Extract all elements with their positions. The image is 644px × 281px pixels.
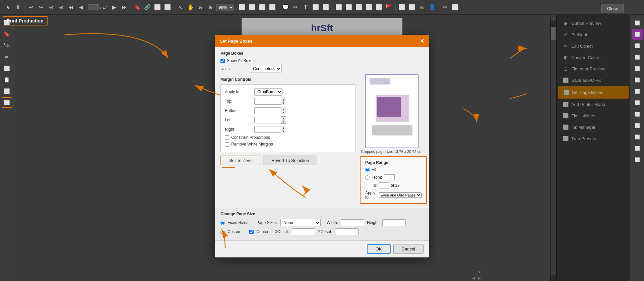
top-spin-buttons: ▲ ▼: [281, 98, 286, 105]
right-tool-2[interactable]: ⬜: [632, 29, 643, 40]
right-tool-6[interactable]: ⬜: [632, 74, 643, 85]
apply-to-select[interactable]: CropBox MediaBox BleedBox TrimBox ArtBox: [254, 88, 282, 96]
right-tool-12[interactable]: ⬜: [632, 143, 643, 154]
toolbar-export-icon[interactable]: ⬜: [354, 3, 364, 12]
apply-to-pages-select[interactable]: Even and Odd Pages Even Pages Only Odd P…: [379, 192, 422, 198]
close-button[interactable]: Close: [601, 4, 624, 13]
toolbar-share-icon[interactable]: ⬜: [407, 3, 417, 12]
height-input[interactable]: 0 cm: [382, 219, 406, 226]
page-sizes-select[interactable]: None: [280, 219, 321, 226]
cancel-button[interactable]: Cancel: [393, 244, 424, 254]
revert-to-selection-button[interactable]: Revert To Selection: [263, 156, 318, 165]
zoom-select[interactable]: 99%: [216, 4, 234, 11]
right-tool-5[interactable]: ⬜: [632, 63, 643, 74]
yoffset-input[interactable]: 0 cm: [335, 228, 359, 235]
bottom-value-input[interactable]: 0,312 cm: [254, 107, 281, 114]
toolbar-edit-pdf-icon[interactable]: ✏: [441, 3, 450, 12]
toolbar-account-icon[interactable]: 👤: [428, 3, 437, 12]
left-row: Left: 0,455 cm ▲ ▼: [225, 116, 351, 124]
toolbar-back-icon[interactable]: ↩: [26, 3, 36, 12]
toolbar-forward-icon[interactable]: ↪: [36, 3, 46, 12]
right-tool-8[interactable]: ⬜: [632, 97, 643, 108]
dialog-close-button[interactable]: ✕: [420, 38, 424, 44]
right-tool-4[interactable]: ⬜: [632, 52, 643, 62]
toolbar-combine-icon[interactable]: ⬜: [374, 3, 384, 12]
toolbar-star-icon[interactable]: ★: [3, 3, 12, 12]
toolbar-expand-icon[interactable]: ⬜: [248, 3, 257, 12]
left-tool-fields[interactable]: ⬜: [2, 63, 12, 74]
left-tool-bookmarks[interactable]: 🔖: [2, 29, 12, 40]
left-tool-destinations[interactable]: ⬜: [2, 86, 12, 97]
xoffset-input[interactable]: 0 cm: [292, 228, 315, 235]
right-tool-13[interactable]: ⬜: [632, 154, 643, 165]
toolbar-prev-page-icon[interactable]: ◀: [76, 3, 86, 12]
right-spin-down[interactable]: ▼: [281, 129, 286, 133]
bottom-spin-down[interactable]: ▼: [281, 111, 286, 114]
toolbar-layout-icon[interactable]: ⬜: [153, 3, 162, 12]
left-spin-up[interactable]: ▲: [281, 117, 286, 120]
right-tool-7[interactable]: ⬜: [632, 86, 643, 97]
toolbar-crop-icon[interactable]: ⬜: [334, 3, 343, 12]
right-spin-up[interactable]: ▲: [281, 126, 286, 129]
left-tool-comments[interactable]: ✏: [2, 52, 12, 62]
dialog-bottom-section: Change Page Size Fixed Sizes Page Sizes:…: [215, 208, 429, 240]
toolbar-next-page-icon[interactable]: ▶: [110, 3, 119, 12]
fixed-sizes-radio[interactable]: [220, 221, 225, 225]
left-value-input[interactable]: 0,455 cm: [254, 117, 281, 123]
toolbar-keyboard-icon[interactable]: ⬜: [268, 3, 277, 12]
left-tool-print-production[interactable]: ⬜: [2, 97, 12, 108]
toolbar-back2-icon[interactable]: ⏮: [66, 3, 76, 12]
left-spin-down[interactable]: ▼: [281, 120, 286, 123]
toolbar-link-icon[interactable]: 🔗: [143, 3, 152, 12]
toolbar-pen-icon[interactable]: ✏: [291, 3, 300, 12]
toolbar-flag-icon[interactable]: 🚩: [384, 3, 394, 12]
toolbar-zoom-in-icon[interactable]: ⊕: [56, 3, 66, 12]
units-select[interactable]: Centimeters Inches Millimeters Points: [250, 65, 282, 72]
toolbar-more-icon[interactable]: ⬜: [451, 3, 460, 12]
from-page-input[interactable]: 1: [384, 174, 395, 180]
toolbar-plus-icon[interactable]: ⊕: [206, 3, 215, 12]
toolbar-fit-icon[interactable]: ⬜: [238, 3, 247, 12]
all-pages-radio[interactable]: [365, 168, 370, 172]
constrain-proportions-checkbox[interactable]: [225, 135, 229, 140]
toolbar-hand-icon[interactable]: ✋: [186, 3, 195, 12]
toolbar-stamp-icon[interactable]: ⬜: [311, 3, 320, 12]
left-tool-attachments[interactable]: 📎: [2, 40, 12, 51]
right-tool-3[interactable]: ⬜: [632, 40, 643, 51]
top-value-input[interactable]: 0,264 cm: [254, 98, 281, 105]
width-input[interactable]: 0 cm: [341, 219, 364, 226]
show-all-boxes-checkbox[interactable]: [220, 59, 225, 63]
ok-button[interactable]: OK: [367, 244, 391, 254]
toolbar-email-icon[interactable]: ✉: [417, 3, 427, 12]
remove-white-margins-checkbox[interactable]: [225, 142, 229, 147]
center-checkbox[interactable]: [249, 230, 254, 234]
toolbar-touch-icon[interactable]: ⬜: [258, 3, 267, 12]
toolbar-minus-icon[interactable]: ⊖: [196, 3, 205, 12]
toolbar-select-icon[interactable]: ↖: [176, 3, 185, 12]
right-tool-9[interactable]: ⬜: [632, 109, 643, 119]
toolbar-layout2-icon[interactable]: ⬜: [163, 3, 172, 12]
bottom-spin-up[interactable]: ▲: [281, 107, 286, 111]
toolbar-zoom-out-icon[interactable]: ⊖: [46, 3, 56, 12]
custom-radio[interactable]: [220, 230, 225, 234]
right-value-input[interactable]: 0,584 cm: [254, 126, 281, 133]
toolbar-bookmark-icon[interactable]: 🔖: [133, 3, 142, 12]
toolbar-comment-icon[interactable]: 💬: [281, 3, 290, 12]
toolbar-viewer-icon[interactable]: ⬜: [397, 3, 407, 12]
toolbar-last-page-icon[interactable]: ⏭: [120, 3, 129, 12]
right-tool-1[interactable]: ⬜: [632, 17, 643, 28]
from-pages-radio[interactable]: [365, 175, 370, 180]
right-tool-11[interactable]: ⬜: [632, 131, 643, 142]
toolbar-split-icon[interactable]: ⬜: [364, 3, 374, 12]
toolbar-sign-icon[interactable]: ⬜: [321, 3, 330, 12]
right-tool-10[interactable]: ⬜: [632, 120, 643, 131]
top-spin-up[interactable]: ▲: [281, 98, 286, 101]
left-tool-layers[interactable]: 📋: [2, 74, 12, 85]
to-page-input[interactable]: 1: [379, 182, 389, 188]
toolbar-upload-icon[interactable]: ⬆: [13, 3, 22, 12]
set-to-zero-button[interactable]: Set To Zero: [220, 156, 260, 165]
toolbar-organize-icon[interactable]: ⬜: [344, 3, 353, 12]
top-spin-down[interactable]: ▼: [281, 101, 286, 105]
current-page-input[interactable]: 1: [88, 4, 99, 10]
toolbar-text-icon[interactable]: T: [301, 3, 310, 12]
